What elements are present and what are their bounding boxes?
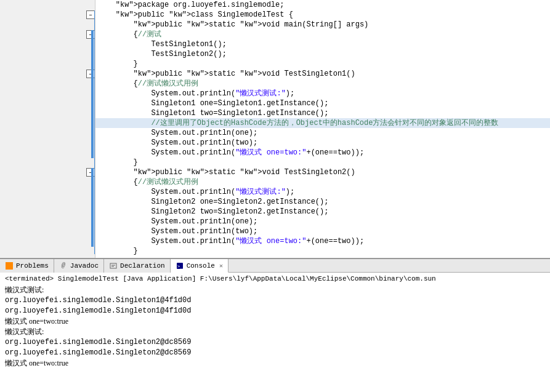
tab-declaration-label: Declaration [120,262,165,270]
code-line: "kw">public "kw">static "kw">void main(S… [95,20,550,30]
declaration-icon [109,262,118,270]
tab-bar: Problems @ Javadoc Declaration [0,259,550,273]
ide-window: – – – – "kw">package org.luoyefei.single… [0,0,550,386]
tab-problems-label: Problems [16,262,49,270]
code-line: Singleton1 two=Singleton1.getInstance(); [95,108,550,118]
code-line: Singleton2 one=Singleton2.getInstance(); [95,197,550,207]
code-lines: "kw">package org.luoyefei.singlemodle; "… [95,0,550,258]
horizontal-scrollbar[interactable] [0,258,550,258]
blue-bar-class [94,10,95,254]
problems-icon [5,262,14,270]
console-line: org.luoyefei.singlemodle.Singleton2@dc85… [5,337,545,348]
code-line: System.out.println(two); [95,138,550,148]
code-line: {//测试 [95,30,550,39]
code-line: "kw">public "kw">static "kw">void TestSi… [95,69,550,79]
tab-javadoc-label: Javadoc [70,262,99,270]
bottom-panel: Problems @ Javadoc Declaration [0,258,550,386]
code-line: } [95,246,550,256]
code-line: Singleton1 one=Singleton1.getInstance(); [95,98,550,108]
blue-bar-test2 [91,168,94,247]
console-line: 懒汉式 one=two:true [5,316,545,327]
console-line: 懒汉式测试: [5,285,545,295]
code-line: System.out.println(one); [95,217,550,226]
code-line: System.out.println(one); [95,128,550,138]
console-lines: 懒汉式测试:org.luoyefei.singlemodle.Singleton… [5,285,545,369]
javadoc-icon: @ [59,262,68,270]
code-line: "kw">public "kw">static "kw">void TestSi… [95,167,550,177]
code-editor: – – – – "kw">package org.luoyefei.single… [0,0,550,258]
console-header: <terminated> SinglemodelTest [Java Appli… [5,275,545,282]
code-line: } [95,59,550,69]
console-output: <terminated> SinglemodelTest [Java Appli… [0,273,550,386]
tab-console-label: Console [187,262,215,270]
code-line: TestSingleton2(); [95,49,550,59]
svg-rect-0 [110,263,116,268]
tab-console[interactable]: >_ Console ✕ [171,259,228,273]
code-line: System.out.println("懒汉式 one=two:"+(one==… [95,236,550,246]
collapse-marker-class[interactable]: – [86,10,95,19]
tab-javadoc[interactable]: @ Javadoc [54,259,104,273]
line-gutter: – – – – [0,0,95,258]
console-line: org.luoyefei.singlemodle.Singleton1@4f1d… [5,306,545,316]
code-line: "kw">package org.luoyefei.singlemodle; [95,0,550,10]
code-line: {//测试懒汉式用例 [95,177,550,187]
svg-text:>_: >_ [177,264,183,269]
console-close-button[interactable]: ✕ [219,262,223,270]
tab-declaration[interactable]: Declaration [104,259,171,273]
code-line: System.out.println(two); [95,226,550,236]
code-line: //这里调用了Object的HashCode方法的，Object中的hashCo… [95,118,550,128]
code-line: TestSingleton1(); [95,39,550,49]
console-line: 懒汉式 one=two:true [5,358,545,369]
tab-problems[interactable]: Problems [0,259,54,273]
code-line: System.out.println("懒汉式测试:"); [95,187,550,197]
blue-bar-test1 [91,70,94,158]
console-line: 懒汉式测试: [5,327,545,337]
blue-bar-main [91,30,94,70]
code-line: System.out.println("懒汉式 one=two:"+(one==… [95,148,550,158]
console-line: org.luoyefei.singlemodle.Singleton2@dc85… [5,348,545,358]
code-line: System.out.println("懒汉式测试:"); [95,89,550,98]
console-line: org.luoyefei.singlemodle.Singleton1@4f1d… [5,295,545,306]
console-icon: >_ [176,262,184,270]
code-line: "kw">public "kw">class SinglemodelTest { [95,10,550,20]
code-line: {//测试懒汉式用例 [95,79,550,89]
code-line: Singleton2 two=Singleton2.getInstance(); [95,207,550,217]
code-line: } [95,158,550,167]
